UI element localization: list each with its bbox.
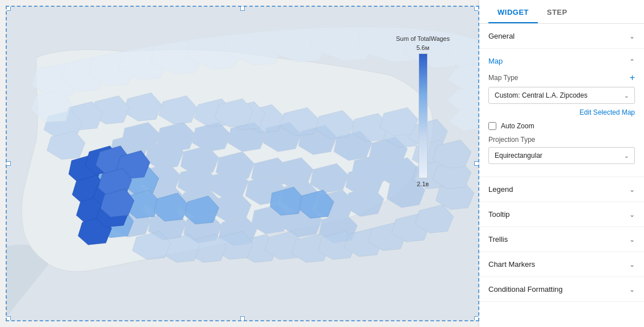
conditional-formatting-label: Conditional Formatting	[488, 285, 563, 294]
map-section-header[interactable]: Map ⌄	[479, 49, 644, 73]
map-type-row: Map Type +	[488, 73, 635, 82]
section-legend[interactable]: Legend ⌄	[479, 177, 644, 202]
handle-top-left[interactable]	[6, 6, 11, 11]
section-trellis[interactable]: Trellis ⌄	[479, 227, 644, 252]
map-label: Map	[488, 57, 503, 65]
projection-chevron-icon: ⌄	[624, 153, 629, 159]
auto-zoom-label[interactable]: Auto Zoom	[501, 122, 534, 130]
trellis-chevron: ⌄	[629, 236, 635, 244]
section-general[interactable]: General ⌄	[479, 24, 644, 49]
chart-markers-chevron: ⌄	[629, 261, 635, 269]
general-chevron: ⌄	[629, 32, 635, 40]
map-type-dropdown[interactable]: Custom: Central L.A. Zipcodes ⌄	[488, 87, 635, 104]
section-chart-markers[interactable]: Chart Markers ⌄	[479, 252, 644, 277]
handle-bottom-left[interactable]	[6, 316, 11, 321]
map-canvas: Sum of TotalWages 5.6м 2.1в	[7, 7, 478, 320]
trellis-label: Trellis	[488, 235, 508, 244]
projection-type-label: Projection Type	[488, 136, 635, 144]
handle-bottom-right[interactable]	[474, 316, 479, 321]
edit-selected-map-link[interactable]: Edit Selected Map	[488, 108, 635, 116]
auto-zoom-checkbox[interactable]	[488, 122, 496, 130]
legend-chevron: ⌄	[629, 186, 635, 194]
tab-step[interactable]: STEP	[538, 0, 576, 23]
map-area: Sum of TotalWages 5.6м 2.1в ‹	[6, 6, 479, 321]
map-type-label: Map Type	[488, 74, 518, 82]
map-section: Map ⌄ Map Type + Custom: Central L.A. Zi…	[479, 49, 644, 177]
right-panel: WIDGET STEP General ⌄ Map ⌄ Map Type +	[479, 0, 644, 327]
map-section-body: Map Type + Custom: Central L.A. Zipcodes…	[479, 73, 644, 177]
tooltip-label: Tooltip	[488, 210, 510, 219]
projection-type-dropdown[interactable]: Equirectangular ⌄	[488, 147, 635, 164]
handle-top-mid[interactable]	[240, 6, 245, 11]
general-label: General	[488, 32, 515, 40]
auto-zoom-row: Auto Zoom	[488, 122, 635, 130]
map-type-chevron-icon: ⌄	[624, 93, 629, 99]
handle-mid-left[interactable]	[6, 161, 11, 166]
handle-top-right[interactable]	[474, 6, 479, 11]
add-map-type-button[interactable]: +	[630, 73, 635, 82]
map-legend: Sum of TotalWages 5.6м 2.1в	[396, 35, 450, 187]
map-chevron: ⌄	[629, 57, 635, 65]
tab-widget[interactable]: WIDGET	[488, 0, 538, 23]
tooltip-chevron: ⌄	[629, 211, 635, 219]
legend-title: Sum of TotalWages	[396, 35, 450, 42]
section-tooltip[interactable]: Tooltip ⌄	[479, 202, 644, 227]
handle-bottom-mid[interactable]	[240, 316, 245, 321]
legend-gradient-bar	[419, 53, 428, 178]
legend-min: 2.1в	[417, 181, 429, 187]
map-type-value: Custom: Central L.A. Zipcodes	[495, 91, 624, 99]
chart-markers-label: Chart Markers	[488, 260, 535, 269]
legend-max: 5.6м	[416, 44, 429, 51]
section-conditional-formatting[interactable]: Conditional Formatting ⌄	[479, 277, 644, 302]
legend-section-label: Legend	[488, 185, 513, 194]
projection-type-value: Equirectangular	[495, 152, 624, 160]
tabs-bar: WIDGET STEP	[479, 0, 644, 24]
collapse-handle[interactable]: ‹	[478, 155, 479, 172]
panel-content: General ⌄ Map ⌄ Map Type + Custom: Centr…	[479, 24, 644, 327]
conditional-formatting-chevron: ⌄	[629, 286, 635, 294]
